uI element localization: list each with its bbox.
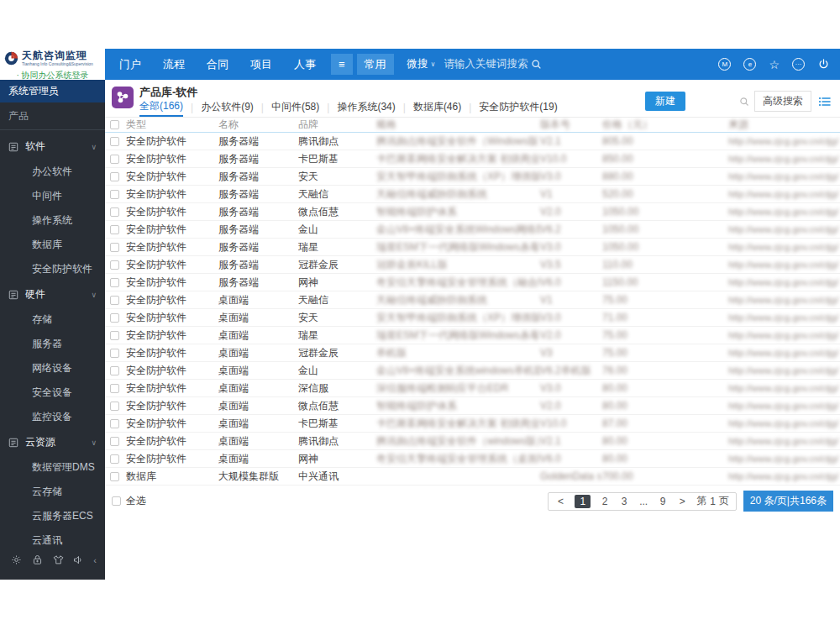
cell-source-link[interactable]: http://www.zjcg.gov.cn/ctjg/ xyxy=(728,189,840,199)
theme-shirt-icon[interactable] xyxy=(52,554,65,566)
row-checkbox[interactable] xyxy=(110,172,119,181)
row-checkbox[interactable] xyxy=(110,207,119,217)
cell-source-link[interactable]: http://www.zjcg.gov.cn/ctjg/ xyxy=(728,154,840,164)
sidebar-group-header[interactable]: 云资源∨ xyxy=(0,429,105,455)
row-checkbox[interactable] xyxy=(110,437,119,446)
sidebar-item[interactable]: 云存储 xyxy=(0,480,105,504)
row-checkbox[interactable] xyxy=(110,296,119,305)
sidebar-item[interactable]: 办公软件 xyxy=(0,160,105,184)
cell-source-link[interactable]: http://www.zjcg.gov.cn/ctjg/ xyxy=(728,348,840,358)
jump-page-input[interactable]: 1 xyxy=(710,496,716,507)
page-button[interactable]: 1 xyxy=(575,495,591,508)
search-icon[interactable] xyxy=(531,59,542,70)
prev-page-button[interactable]: < xyxy=(555,496,565,507)
page-button[interactable]: 2 xyxy=(600,496,610,507)
cell-source-link[interactable]: http://www.zjcg.gov.cn/ctjg/ xyxy=(728,171,840,181)
tab-1[interactable]: 全部(166) xyxy=(139,99,183,117)
cell-source-link[interactable]: http://www.zjcg.gov.cn/ctjg/ xyxy=(728,330,840,340)
m-badge-icon[interactable]: M xyxy=(718,58,731,71)
sidebar-item[interactable]: 数据库 xyxy=(0,233,105,257)
cell-source-link[interactable]: http://www.zjcg.gov.cn/ctjg/ xyxy=(728,383,840,393)
sidebar-item[interactable]: 云通讯 xyxy=(0,528,105,547)
sidebar-item[interactable]: 云服务器ECS xyxy=(0,504,105,528)
advanced-search-button[interactable]: 高级搜索 xyxy=(754,91,811,112)
list-view-icon[interactable] xyxy=(818,95,832,108)
search-input[interactable]: 请输入关键词搜索 xyxy=(444,57,528,71)
select-all-checkbox[interactable] xyxy=(112,496,121,506)
cell-source-link[interactable]: http://www.zjcg.gov.cn/ctjg/ xyxy=(728,207,840,217)
cell-source-link[interactable]: http://www.zjcg.gov.cn/ctjg/ xyxy=(728,242,840,252)
cell-source-link[interactable]: http://www.zjcg.gov.cn/ctjg/ xyxy=(728,471,840,481)
row-checkbox[interactable] xyxy=(110,243,119,252)
favorite-star-icon[interactable]: ☆ xyxy=(769,59,780,71)
page-button[interactable]: 3 xyxy=(619,496,629,507)
cell-source-link[interactable]: http://www.zjcg.gov.cn/ctjg/ xyxy=(728,436,840,446)
row-checkbox[interactable] xyxy=(110,225,119,234)
row-checkbox[interactable] xyxy=(110,331,119,340)
row-checkbox[interactable] xyxy=(110,155,119,164)
next-page-button[interactable]: > xyxy=(677,496,687,507)
table-row: 安全防护软件桌面端金山金山V8+终端安全系统windows单机版V6.2单机版7… xyxy=(105,362,840,380)
column-header: 价格（元） xyxy=(602,118,728,132)
tab-4[interactable]: 操作系统(34) xyxy=(337,100,395,116)
main-nav: 门户流程合同项目人事 ≡ 常用 微搜 ∨ 请输入关键词搜索 M e ☆ ··· xyxy=(105,49,840,80)
sidebar-item[interactable]: 操作系统 xyxy=(0,208,105,233)
cell-source-link[interactable]: http://www.zjcg.gov.cn/ctjg/ xyxy=(728,312,840,323)
cell-source-link[interactable]: http://www.zjcg.gov.cn/ctjg/ xyxy=(728,136,840,146)
sidebar-group-header[interactable]: 软件∨ xyxy=(0,134,105,160)
cell-source-link[interactable]: http://www.zjcg.gov.cn/ctjg/ xyxy=(728,224,840,234)
sidebar-item[interactable]: 中间件 xyxy=(0,184,105,208)
row-checkbox[interactable] xyxy=(110,384,119,393)
tab-2[interactable]: 办公软件(9) xyxy=(201,100,254,116)
row-checkbox[interactable] xyxy=(110,349,119,358)
row-checkbox[interactable] xyxy=(110,137,119,146)
settings-gear-icon[interactable] xyxy=(10,554,23,566)
tab-6[interactable]: 安全防护软件(19) xyxy=(479,100,557,116)
tab-5[interactable]: 数据库(46) xyxy=(413,100,461,116)
sidebar-group-header[interactable]: 硬件∨ xyxy=(0,281,105,307)
row-checkbox[interactable] xyxy=(110,278,119,287)
sidebar-item[interactable]: 安全防护软件 xyxy=(0,257,105,281)
power-icon[interactable] xyxy=(817,58,830,71)
row-checkbox[interactable] xyxy=(110,190,119,199)
nav-item[interactable]: 门户 xyxy=(108,49,152,80)
more-icon[interactable]: ··· xyxy=(792,58,805,71)
hamburger-menu-button[interactable]: ≡ xyxy=(331,54,353,75)
sidebar-item[interactable]: 存储 xyxy=(0,307,105,332)
header-checkbox[interactable] xyxy=(110,120,119,129)
cell-source-link[interactable]: http://www.zjcg.gov.cn/ctjg/ xyxy=(728,295,840,305)
page-size-info[interactable]: 20 条/页|共166条 xyxy=(743,491,833,512)
row-checkbox[interactable] xyxy=(110,472,119,481)
sidebar-item[interactable]: 监控设备 xyxy=(0,405,105,429)
table-search-input[interactable] xyxy=(692,94,754,109)
tab-3[interactable]: 中间件(58) xyxy=(271,100,319,116)
search-scope-dropdown[interactable]: 微搜 ∨ xyxy=(407,57,436,71)
nav-item[interactable]: 合同 xyxy=(196,49,239,80)
cell-source-link[interactable]: http://www.zjcg.gov.cn/ctjg/ xyxy=(728,418,840,428)
nav-item[interactable]: 流程 xyxy=(152,49,196,80)
sidebar-item[interactable]: 网络设备 xyxy=(0,356,105,381)
row-checkbox[interactable] xyxy=(110,366,119,375)
lock-icon[interactable] xyxy=(31,554,44,566)
cell-source-link[interactable]: http://www.zjcg.gov.cn/ctjg/ xyxy=(728,260,840,270)
nav-item[interactable]: 人事 xyxy=(283,49,327,80)
nav-item[interactable]: 项目 xyxy=(239,49,283,80)
page-button[interactable]: 9 xyxy=(658,496,668,507)
sidebar-item[interactable]: 安全设备 xyxy=(0,381,105,405)
row-checkbox[interactable] xyxy=(110,313,119,323)
cell-source-link[interactable]: http://www.zjcg.gov.cn/ctjg/ xyxy=(728,277,840,287)
quick-menu-button[interactable]: 常用 xyxy=(357,54,394,75)
cell-source-link[interactable]: http://www.zjcg.gov.cn/ctjg/ xyxy=(728,365,840,375)
row-checkbox[interactable] xyxy=(110,419,119,428)
speaker-icon[interactable] xyxy=(72,554,85,566)
cell-source-link[interactable]: http://www.zjcg.gov.cn/ctjg/ xyxy=(728,401,840,411)
row-checkbox[interactable] xyxy=(110,260,119,270)
collapse-arrow-icon[interactable]: ‹ xyxy=(93,555,97,565)
cell-source-link[interactable]: http://www.zjcg.gov.cn/ctjg/ xyxy=(728,454,840,464)
sidebar-item[interactable]: 服务器 xyxy=(0,332,105,356)
row-checkbox[interactable] xyxy=(110,454,119,464)
row-checkbox[interactable] xyxy=(110,402,119,411)
message-icon[interactable]: e xyxy=(743,58,756,71)
sidebar-item[interactable]: 数据管理DMS xyxy=(0,455,105,480)
new-button[interactable]: 新建 xyxy=(645,92,685,111)
